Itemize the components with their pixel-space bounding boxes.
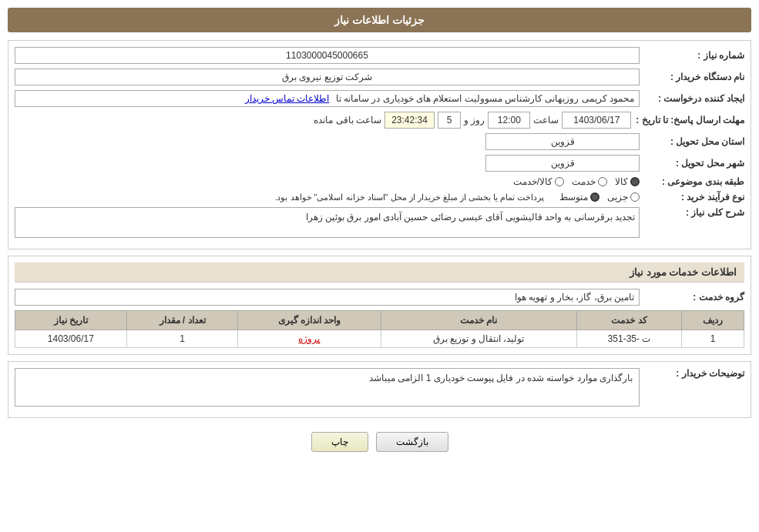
mohlet-countdown-label: ساعت باقی مانده [314,115,381,125]
shahr-value: قزوین [485,155,640,172]
mohlet-saat-label: ساعت [533,115,559,125]
sharh-value: تجدید برقرسانی به واحد قالیشویی آقای عیس… [15,207,640,238]
khadamat-section-title: اطلاعات خدمات مورد نیاز [15,263,744,283]
tabaqe-khadamat-label: خدمت [572,176,596,187]
col-vahed: واحد اندازه گیری [238,311,381,330]
cell-tedad: 1 [126,330,238,348]
farayand-jozi-item: جزیی [607,192,640,202]
farayand-note: پرداخت تمام یا بخشی از مبلغ خریدار از مح… [274,192,544,202]
shomara-label: شماره نیاز : [644,50,744,61]
nam-dastgah-value: شرکت توزیع نیروی برق [15,69,640,85]
col-nam: نام خدمت [381,311,576,330]
col-tedad: تعداد / مقدار [126,311,238,330]
cell-tarikh: 1403/06/17 [15,330,127,348]
tabaqe-khadamat-item: خدمت [572,176,607,187]
tabaqe-radio-group: کالا خدمت کالا/خدمت [513,176,640,187]
table-row: 1 ت -35-351 تولید، انتقال و توزیع برق پر… [15,330,744,348]
tabaqe-kala-label: کالا [615,176,628,187]
cell-vahed: پروژه [238,330,381,348]
mohlet-label: مهلت ارسال پاسخ: تا تاریخ : [636,115,744,125]
col-tarikh: تاریخ نیاز [15,311,127,330]
farayand-jozi-radio[interactable] [630,192,640,202]
noe-farayand-label: نوع فرآیند خرید : [644,192,744,202]
gorohe-value: تامین برق، گاز، بخار و تهویه هوا [15,289,640,306]
mohlet-saat: 12:00 [488,112,530,129]
etelaat-tamas-link[interactable]: اطلاعات تماس خریدار [245,93,330,104]
services-table: ردیف کد خدمت نام خدمت واحد اندازه گیری ت… [15,310,744,348]
tabaqe-kala-khadamat-item: کالا/خدمت [513,176,564,187]
tabaqe-kala-khadamat-radio[interactable] [555,177,564,186]
ostan-label: استان محل تحویل : [644,136,744,147]
chap-button[interactable]: چاپ [311,432,368,452]
sharh-label: شرح کلی نیاز : [644,207,744,218]
shahr-label: شهر محل تحویل : [644,158,744,169]
tabaqe-kala-khadamat-label: کالا/خدمت [513,176,552,187]
ostan-value: قزوین [485,133,640,150]
buttons-row: بازگشت چاپ [8,426,751,458]
farayand-jozi-label: جزیی [607,192,628,202]
cell-radif: 1 [682,330,744,348]
col-kod: کد خدمت [576,311,682,330]
mohlet-roz: 5 [438,112,461,129]
shomara-value: 1103000045000665 [15,47,640,64]
page-title: جزئیات اطلاعات نیاز [8,8,751,32]
tabaqe-kala-radio[interactable] [630,177,640,186]
towzih-label: توضیحات خریدار : [644,368,744,379]
nam-dastgah-label: نام دستگاه خریدار : [644,72,744,82]
farayand-motavaset-radio[interactable] [590,192,599,202]
col-radif: ردیف [682,311,744,330]
ijad-konande-value: محمود کریمی روزبهانی کارشناس مسوولیت است… [15,90,640,107]
noe-farayand-radio-group: جزیی متوسط پرداخت تمام یا بخشی از مبلغ خ… [274,192,640,202]
bazgasht-button[interactable]: بازگشت [376,432,448,452]
gorohe-label: گروه خدمت : [644,292,744,303]
cell-kod: ت -35-351 [576,330,682,348]
mohlet-date: 1403/06/17 [562,112,631,129]
farayand-motavaset-label: متوسط [559,192,588,202]
farayand-motavaset-item: متوسط [559,192,599,202]
mohlet-countdown: 23:42:34 [385,112,435,129]
tabaqe-kala-item: کالا [615,176,640,187]
tabaqe-khadamat-radio[interactable] [598,177,607,186]
cell-nam: تولید، انتقال و توزیع برق [381,330,576,348]
mohlet-roz-label: روز و [464,115,485,125]
ijad-konande-label: ایجاد کننده درخواست : [644,93,744,104]
tabaqe-label: طبقه بندی موضوعی : [644,176,744,187]
towzih-value: بارگذاری موارد خواسته شده در فایل پیوست … [15,368,640,407]
